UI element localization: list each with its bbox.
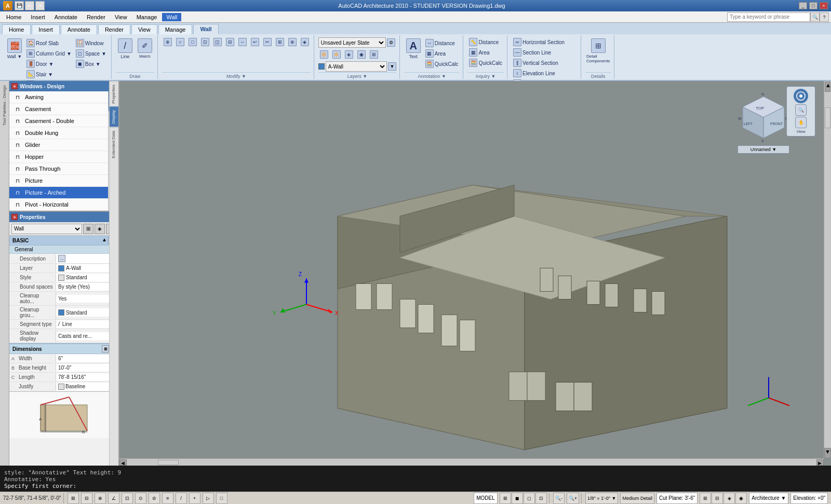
palette-item-pivot-horizontal[interactable]: ⊓ Pivot - Horizontal [9,199,108,211]
vp-btn4[interactable]: ⊡ [535,493,547,504]
basic-section-header[interactable]: BASIC ▲ + [9,236,118,246]
props-close-btn[interactable]: × [11,214,18,220]
quick-save-btn[interactable]: 💾 [15,1,24,10]
render-menu[interactable]: Render [83,13,110,21]
general-section-header[interactable]: General ▲ [9,246,118,254]
layer-dropdown-arrow[interactable]: ▼ [388,62,396,71]
snap-btn[interactable]: ⊞ [68,493,79,504]
window-btn[interactable]: 🪟 Window [74,38,108,48]
modify-btn6[interactable]: ⊟ [224,37,236,47]
layer-btn2[interactable]: 🔅 [331,50,342,59]
sc-btn[interactable]: ▷ [203,493,214,504]
view-menu[interactable]: View [111,13,131,21]
maximize-btn[interactable]: □ [809,2,817,9]
vertical-section-btn[interactable]: ‖ Vertical Section [512,58,560,67]
polar-btn[interactable]: ∠ [108,493,119,504]
modify-btn9[interactable]: ✂ [262,37,273,47]
vscroll-up-btn[interactable]: ▲ [825,81,830,92]
dims-icon-btn[interactable]: ⊞ [102,345,109,352]
text-btn[interactable]: A Text [404,37,423,60]
modify-btn1[interactable]: ⊕ [162,37,173,47]
vp-btn3[interactable]: ◻ [524,493,535,504]
undo-btn[interactable]: ↩ [25,1,34,10]
palette-item-glider[interactable]: ⊓ Glider [9,139,108,151]
workspace-dropdown[interactable]: Architecture ▼ [749,493,788,504]
tab-insert[interactable]: Insert [32,24,60,34]
column-grid-btn[interactable]: ⊞ Column Grid ▼ [25,49,73,58]
layer-btn1[interactable]: 🔆 [318,50,330,59]
minimize-btn[interactable]: _ [799,2,807,9]
inquiry-btn2[interactable]: ▦Area [467,48,504,57]
dims-section-header[interactable]: Dimensions ⊞ ▲ [9,343,118,354]
section-line-btn[interactable]: — Section Line [512,48,553,57]
tab-render[interactable]: Render [98,24,130,34]
home-menu[interactable]: Home [2,13,25,21]
stair-btn[interactable]: 📐 Stair ▼ [25,70,73,79]
display-tab[interactable]: Display [110,106,118,127]
palette-item-casement-double[interactable]: ⊓ Casement - Double [9,115,108,127]
view-vc3[interactable]: ◈ [723,493,735,504]
elevation-dropdown[interactable]: Elevation: +0" [790,493,828,504]
modify-btn2[interactable]: ○ [175,37,186,47]
search-input[interactable] [727,12,810,22]
vp-btn1[interactable]: ⊞ [500,493,511,504]
layer-btn5[interactable]: ⊞ [368,50,380,59]
modify-btn11[interactable]: ⊕ [287,37,298,47]
insert-menu[interactable]: Insert [26,13,49,21]
manage-menu[interactable]: Manage [132,13,162,21]
palette-item-awning[interactable]: ⊓ Awning [9,91,108,103]
active-layer-dropdown[interactable]: A-Wall [326,61,387,72]
qp-btn[interactable]: + [189,493,200,504]
distance-btn[interactable]: ↔ Distance [424,38,460,48]
ortho-btn[interactable]: ⊕ [95,493,106,504]
object-type-select[interactable]: Wall [11,224,82,234]
palette-item-hopper[interactable]: ⊓ Hopper [9,151,108,163]
tab-annotate[interactable]: Annotate [61,24,97,34]
grid-btn[interactable]: ⊟ [81,493,92,504]
hscroll-right-btn[interactable]: ► [816,459,824,466]
vscroll-thumb[interactable] [825,107,830,128]
modify-btn5[interactable]: ◫ [212,37,223,47]
close-btn[interactable]: × [820,2,828,9]
inquiry-btn1[interactable]: 📏Distance [467,37,504,47]
modify-btn7[interactable]: ↔ [237,37,248,47]
horizontal-section-btn[interactable]: ═ Horizontal Section [512,37,566,47]
palette-item-picture[interactable]: ⊓ Picture [9,175,108,187]
layer-btn4[interactable]: ◉ [356,50,367,59]
palette-item-pass-through[interactable]: ⊓ Pass Through [9,163,108,175]
tab-wall[interactable]: Wall [193,24,218,34]
lineweight-btn[interactable]: ≡ [162,493,173,504]
modify-btn8[interactable]: ↩ [249,37,261,47]
layer-settings-icon[interactable]: ⚙ [387,38,395,47]
line-btn[interactable]: / Line [116,37,135,60]
zoom-in-btn[interactable]: 🔍+ [567,493,579,504]
view-named-btn[interactable]: Unnamed ▼ [738,145,789,154]
tool-palettes-label[interactable]: Tool Palettes - Design [1,83,8,128]
hscroll-left-btn[interactable]: ◄ [119,459,127,466]
ws-btn[interactable]: □ [216,493,227,504]
horizontal-scrollbar[interactable]: ◄ ► [119,458,824,466]
quickcalc-btn[interactable]: 🧮 QuickCalc [424,59,460,69]
palette-close-btn[interactable]: × [11,83,18,89]
tpoly-btn[interactable]: / [176,493,187,504]
view-vc1[interactable]: ⊞ [700,493,711,504]
view-vc2[interactable]: ⊟ [712,493,723,504]
layer-btn3[interactable]: ◈ [343,50,355,59]
redo-btn[interactable]: ↪ [35,1,45,10]
palette-item-double-hung[interactable]: ⊓ Double Hung [9,127,108,139]
space-btn[interactable]: ◻ Space ▼ [74,49,108,58]
otrack-btn[interactable]: ⊙ [135,493,146,504]
hscroll-thumb[interactable] [158,460,179,465]
tab-manage[interactable]: Manage [158,24,193,34]
properties-tab[interactable]: Properties [110,81,118,106]
zoom-out-btn[interactable]: 🔍- [553,493,565,504]
tab-home[interactable]: Home [2,24,31,34]
roof-slab-btn[interactable]: 🏠 Roof Slab [25,38,73,48]
vertical-scrollbar[interactable]: ▲ ▼ [824,81,831,458]
layer-state-dropdown[interactable]: Unsaved Layer State [318,37,386,48]
modify-btn4[interactable]: ⊡ [199,37,211,47]
cut-plane-btn[interactable]: Cut Plane: 3'-6" [656,493,698,504]
detail-level-btn[interactable]: Medium Detail [620,493,654,504]
detail-components-btn[interactable]: ⊞ DetailComponents [585,37,611,64]
osnap-btn[interactable]: ⊡ [122,493,133,504]
